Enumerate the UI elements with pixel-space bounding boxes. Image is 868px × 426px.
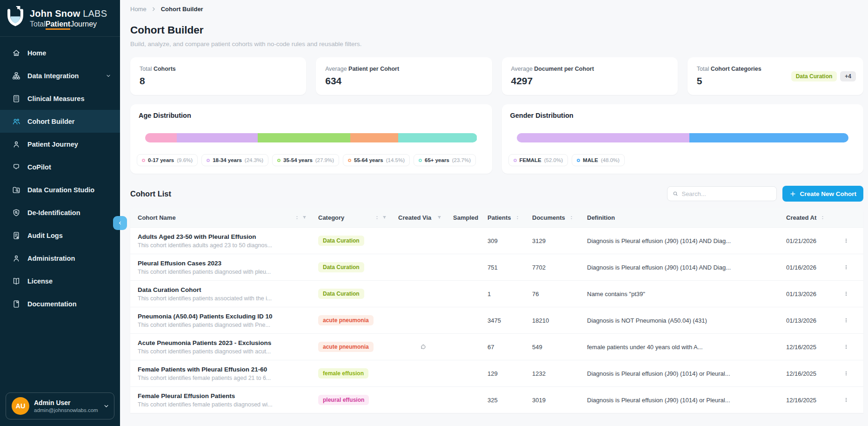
legend-dot-icon — [348, 159, 351, 162]
brand-tagline: TotalPatientJourney — [30, 20, 107, 28]
sidebar-item-documentation[interactable]: Documentation — [0, 292, 120, 315]
funnel-icon[interactable] — [302, 215, 307, 220]
definition-text: Diagnosis is NOT Pneumonia (A50.04) (431… — [587, 317, 786, 324]
legend-percent: (27.9%) — [315, 157, 334, 163]
user-menu[interactable]: AU Admin User admin@johnsnowlabs.com — [6, 392, 114, 419]
definition-text: female patients under 40 years old with … — [587, 344, 786, 351]
sort-icon[interactable] — [294, 215, 300, 220]
legend-percent: (48.0%) — [601, 157, 620, 163]
cohort-name: Acute Pneumonia Patients 2023 - Exclusio… — [138, 339, 314, 346]
sidebar-item-clinical-measures[interactable]: Clinical Measures — [0, 87, 120, 110]
legend-item-0-17-years[interactable]: 0-17 years(9.6%) — [137, 154, 198, 166]
sidebar-item-data-integration[interactable]: Data Integration — [0, 64, 120, 87]
legend-item-35-54-years[interactable]: 35-54 years(27.9%) — [272, 154, 339, 166]
row-actions-menu[interactable] — [841, 395, 851, 405]
sort-icon[interactable] — [820, 215, 825, 220]
column-label: Definition — [587, 214, 615, 221]
definition-text: Diagnosis is Pleural effusion (J90) (101… — [587, 237, 786, 244]
user-email: admin@johnsnowlabs.com — [34, 407, 98, 413]
table-row[interactable]: Acute Pneumonia Patients 2023 - Exclusio… — [130, 333, 863, 360]
legend-item-male[interactable]: MALE(48.0%) — [572, 154, 625, 166]
table-row[interactable]: Female Pleural Effusion Patients This co… — [130, 386, 863, 413]
legend-item-18-34-years[interactable]: 18-34 years(24.3%) — [201, 154, 268, 166]
sidebar-item-audit-logs[interactable]: Audit Logs — [0, 224, 120, 247]
cohort-name: Female Patients with Pleural Effusion 21… — [138, 366, 314, 373]
created-at: 01/21/2026 — [786, 237, 837, 244]
stat-value: 8 — [140, 75, 297, 87]
create-new-cohort-button[interactable]: Create New Cohort — [782, 186, 863, 202]
sidebar-item-patient-journey[interactable]: Patient Journey — [0, 133, 120, 156]
category-badge: Data Curation — [318, 262, 364, 272]
home-icon — [12, 49, 20, 57]
cohort-name: Female Pleural Effusion Patients — [138, 392, 314, 399]
chart-title: Gender Distribution — [510, 112, 857, 119]
breadcrumb-current: Cohort Builder — [161, 6, 203, 13]
sidebar-collapse-button[interactable] — [113, 216, 127, 230]
sidebar-item-label: Data Integration — [27, 72, 79, 80]
cohort-description: This cohort identifies patients associat… — [138, 295, 314, 302]
row-actions-menu[interactable] — [841, 236, 851, 246]
sidebar-item-administration[interactable]: Administration — [0, 247, 120, 270]
patients-count: 67 — [487, 344, 532, 351]
search-icon — [673, 191, 678, 196]
cohort-name: Data Curation Cohort — [138, 286, 314, 293]
cohort-name: Adults Aged 23-50 with Pleural Effusion — [138, 233, 314, 240]
row-actions-menu[interactable] — [841, 368, 851, 379]
brand-name: John Snow LABS — [30, 8, 107, 19]
avatar: AU — [12, 397, 29, 415]
legend-item-65-years[interactable]: 65+ years(23.7%) — [414, 154, 476, 166]
table-row[interactable]: Pneumonia (A50.04) Patients Excluding ID… — [130, 307, 863, 333]
sidebar-item-license[interactable]: License — [0, 270, 120, 292]
legend-item-female[interactable]: FEMALE(52.0%) — [508, 154, 568, 166]
cohort-name: Pneumonia (A50.04) Patients Excluding ID… — [138, 313, 314, 320]
sidebar-item-cohort-builder[interactable]: Cohort Builder — [0, 110, 120, 133]
sidebar-item-de-identification[interactable]: De-Identification — [0, 201, 120, 224]
column-header-created-at: Created At — [786, 214, 837, 221]
row-actions-menu[interactable] — [841, 342, 851, 352]
sidebar-item-copilot[interactable]: CoPilot — [0, 156, 120, 178]
sidebar-item-label: Documentation — [27, 300, 77, 308]
sidebar-nav: HomeData IntegrationClinical MeasuresCoh… — [0, 41, 120, 387]
legend-item-55-64-years[interactable]: 55-64 years(14.5%) — [343, 154, 410, 166]
chat-icon — [12, 163, 20, 171]
column-label: Cohort Name — [138, 214, 176, 221]
funnel-icon[interactable] — [382, 215, 387, 220]
sidebar-item-data-curation-studio[interactable]: Data Curation Studio — [0, 178, 120, 201]
row-actions-menu[interactable] — [841, 289, 851, 299]
legend-label: FEMALE — [520, 157, 541, 163]
table-header-row: Cohort NameCategoryCreated ViaSampledPat… — [130, 208, 863, 227]
stacked-bar — [517, 133, 849, 142]
dots-vertical-icon — [843, 371, 849, 376]
table-row[interactable]: Pleural Effusion Cases 2023 This cohort … — [130, 254, 863, 280]
legend-percent: (24.3%) — [245, 157, 263, 163]
dots-vertical-icon — [843, 344, 849, 350]
sort-icon[interactable] — [569, 215, 574, 220]
legend-label: 18-34 years — [213, 157, 242, 163]
chart-legend: 0-17 years(9.6%)18-34 years(24.3%)35-54 … — [137, 154, 486, 166]
column-header-sampled: Sampled — [453, 214, 487, 221]
sort-icon[interactable] — [374, 215, 380, 220]
breadcrumb-home-link[interactable]: Home — [130, 6, 147, 13]
table-row[interactable]: Female Patients with Pleural Effusion 21… — [130, 360, 863, 386]
created-at: 01/13/2026 — [786, 317, 837, 324]
row-actions-menu[interactable] — [841, 262, 851, 272]
main-content: Home Cohort Builder Cohort Builder Build… — [120, 0, 868, 426]
table-row[interactable]: Data Curation Cohort This cohort identif… — [130, 280, 863, 307]
sidebar-item-home[interactable]: Home — [0, 41, 120, 64]
funnel-icon[interactable] — [437, 215, 442, 220]
cohort-description: This cohort identifies patients diagnose… — [138, 269, 314, 275]
cohort-description: This cohort identifies adults aged 23 to… — [138, 242, 314, 249]
search-input[interactable] — [681, 190, 771, 197]
table-row[interactable]: Adults Aged 23-50 with Pleural Effusion … — [130, 227, 863, 254]
column-label: Patients — [487, 214, 511, 221]
patients-count: 325 — [487, 397, 532, 404]
documents-count: 76 — [532, 291, 587, 298]
category-count-badge: +4 — [840, 71, 856, 81]
category-badge: female effusion — [318, 368, 368, 379]
stat-value: 4297 — [511, 75, 668, 87]
chevron-right-icon — [151, 6, 157, 12]
column-label: Created Via — [398, 214, 431, 221]
row-actions-menu[interactable] — [841, 315, 851, 325]
patients-count: 1 — [487, 291, 532, 298]
sort-icon[interactable] — [515, 215, 520, 220]
